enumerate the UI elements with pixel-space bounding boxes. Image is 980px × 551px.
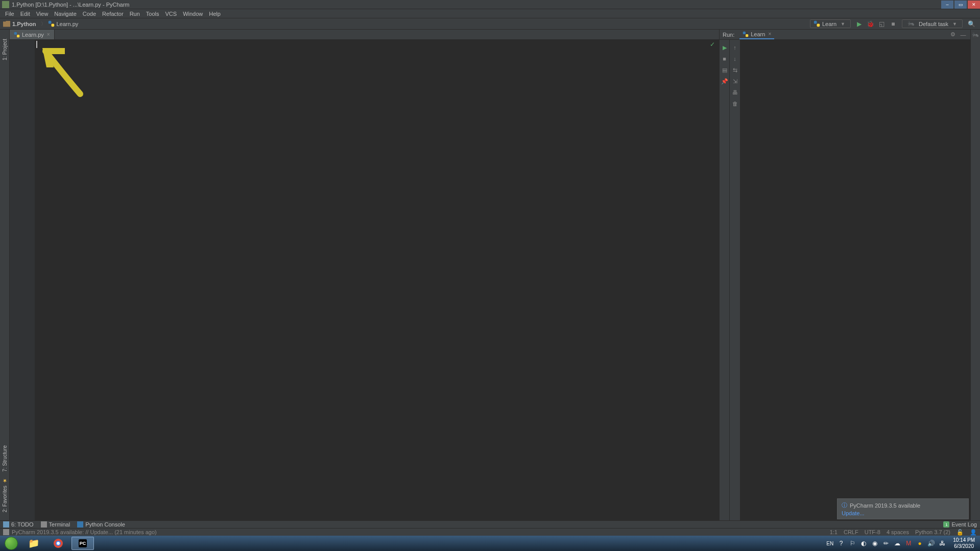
tray-app-icon-6[interactable]: ● [916, 540, 923, 547]
pycharm-icon [2, 1, 9, 8]
menu-code[interactable]: Code [80, 11, 99, 17]
stop-process-button[interactable]: ■ [721, 55, 729, 63]
close-button[interactable]: ✕ [968, 1, 980, 9]
update-link[interactable]: Update... [842, 510, 865, 516]
run-with-coverage-button[interactable]: ◱ [877, 19, 887, 29]
run-tool-window: Run: Learn × ⚙ — ▶ ■ ▤ 📌 ↑ ↓ ⇆ ⇲ 🖶 [719, 30, 970, 520]
event-log-button[interactable]: 1Event Log [943, 521, 977, 528]
debug-button[interactable]: 🐞 [866, 19, 875, 29]
rerun-button[interactable]: ▶ [721, 43, 729, 52]
minimize-button[interactable]: – [941, 1, 953, 9]
menu-window[interactable]: Window [180, 11, 206, 17]
run-configuration-selector[interactable]: Learn ▼ [810, 19, 851, 28]
pycharm-icon: PC [79, 539, 87, 547]
print-button[interactable]: 🖶 [731, 88, 739, 97]
stop-button[interactable]: ■ [889, 19, 898, 29]
encoding-indicator[interactable]: UTF-8 [865, 529, 880, 535]
maximize-button[interactable]: ▭ [954, 1, 967, 9]
todo-tool-button[interactable]: 6: TODO [3, 521, 34, 528]
menu-vcs[interactable]: VCS [162, 11, 180, 17]
favorites-tool-button[interactable]: 2: Favorites★ [2, 478, 8, 512]
menu-tools[interactable]: Tools [143, 11, 162, 17]
taskbar-chrome[interactable] [47, 537, 69, 550]
structure-tool-button[interactable]: 7: Structure [2, 445, 8, 472]
editor-body[interactable]: ✓ [10, 40, 719, 520]
readonly-lock-icon[interactable]: 🔓 [957, 529, 964, 536]
run-label: Run: [723, 32, 734, 38]
soft-wrap-button[interactable]: ⇆ [731, 66, 739, 74]
line-column-indicator[interactable]: 1:1 [830, 529, 838, 535]
run-toolbar-right: ↑ ↓ ⇆ ⇲ 🖶 🗑 [730, 40, 740, 520]
indent-indicator[interactable]: 4 spaces [887, 529, 909, 535]
terminal-tool-button[interactable]: Terminal [41, 521, 70, 528]
menu-view[interactable]: View [33, 11, 52, 17]
language-indicator[interactable]: EN [826, 540, 833, 547]
python-file-icon [48, 20, 55, 27]
menu-refactor[interactable]: Refactor [99, 11, 127, 17]
inspection-profile-icon[interactable]: 👤 [970, 529, 977, 536]
status-message: PyCharm 2019.3.5 available: // Update...… [12, 529, 157, 535]
menu-navigate[interactable]: Navigate [51, 11, 79, 17]
python-console-tool-button[interactable]: Python Console [77, 521, 125, 528]
annotation-arrow [39, 43, 90, 99]
star-icon: ★ [3, 478, 7, 484]
close-tab-icon[interactable]: × [47, 32, 50, 37]
project-tool-button[interactable]: 1: Project [2, 32, 8, 60]
inspection-checkmark-icon[interactable]: ✓ [710, 41, 715, 48]
search-everywhere-button[interactable]: 🔍 [967, 19, 976, 29]
tool-window-list-icon[interactable] [3, 529, 9, 535]
run-settings-icon[interactable]: ⚙ [949, 31, 957, 39]
tray-app-icon-1[interactable]: ◐ [860, 540, 867, 547]
clear-all-button[interactable]: 🗑 [731, 100, 739, 108]
python-console-icon [77, 521, 83, 528]
code-area[interactable] [35, 40, 719, 520]
taskbar-explorer[interactable]: 📁 [22, 537, 45, 550]
breadcrumb-file[interactable]: Learn.py [56, 21, 78, 27]
ant-build-icon[interactable]: 🐜 [972, 32, 979, 38]
run-console-output[interactable] [740, 40, 970, 520]
menu-edit[interactable]: Edit [17, 11, 33, 17]
pin-button[interactable]: 📌 [721, 77, 729, 85]
editor-tab-learn[interactable]: Learn.py × [10, 30, 55, 39]
tray-app-icon-2[interactable]: ◉ [871, 540, 878, 547]
network-icon[interactable]: 🖧 [939, 540, 946, 547]
run-tab-label: Learn [751, 31, 765, 37]
info-icon: ⓘ [842, 501, 847, 509]
folder-icon [2, 32, 8, 37]
run-tab-learn[interactable]: Learn × [739, 30, 774, 39]
run-button[interactable]: ▶ [855, 19, 864, 29]
action-center-icon[interactable]: ⚐ [849, 540, 856, 547]
tray-app-icon-5[interactable]: M [905, 540, 912, 547]
taskbar-pycharm[interactable]: PC [71, 537, 94, 550]
default-task-selector[interactable]: 🐜 Default task ▼ [902, 19, 963, 28]
help-icon[interactable]: ? [838, 540, 845, 547]
close-run-tab-icon[interactable]: × [768, 31, 771, 37]
python-interpreter-indicator[interactable]: Python 3.7 (2) [915, 529, 950, 535]
clock-time: 10:14 PM [953, 537, 975, 543]
scroll-to-end-button[interactable]: ⇲ [731, 77, 739, 85]
taskbar-clock[interactable]: 10:14 PM 6/3/2020 [953, 537, 975, 549]
down-stack-button[interactable]: ↓ [731, 55, 739, 63]
default-task-label: Default task [919, 21, 948, 27]
volume-icon[interactable]: 🔊 [927, 540, 935, 547]
chevron-down-icon: ▼ [952, 21, 957, 27]
chevron-down-icon: ▼ [841, 21, 845, 27]
editor-area: Learn.py × ✓ [10, 30, 719, 520]
line-separator-indicator[interactable]: CRLF [844, 529, 858, 535]
breadcrumb-project[interactable]: 1.Python [12, 21, 36, 27]
svg-rect-3 [817, 24, 820, 27]
todo-icon [3, 521, 9, 528]
svg-rect-6 [743, 31, 746, 34]
menu-help[interactable]: Help [206, 11, 224, 17]
menu-run[interactable]: Run [127, 11, 143, 17]
windows-logo-icon [5, 537, 18, 550]
up-stack-button[interactable]: ↑ [731, 43, 739, 52]
navigation-bar: 1.Python 〉 Learn.py Learn ▼ ▶ 🐞 ◱ ■ 🐜 De… [0, 18, 980, 30]
tray-app-icon-3[interactable]: ✏ [882, 540, 890, 547]
tray-app-icon-4[interactable]: ☁ [894, 540, 901, 547]
start-button[interactable] [2, 537, 20, 550]
notification-title: PyCharm 2019.3.5 available [850, 502, 920, 509]
menu-file[interactable]: File [2, 11, 17, 17]
layout-button[interactable]: ▤ [721, 66, 729, 74]
run-minimize-icon[interactable]: — [959, 31, 967, 39]
